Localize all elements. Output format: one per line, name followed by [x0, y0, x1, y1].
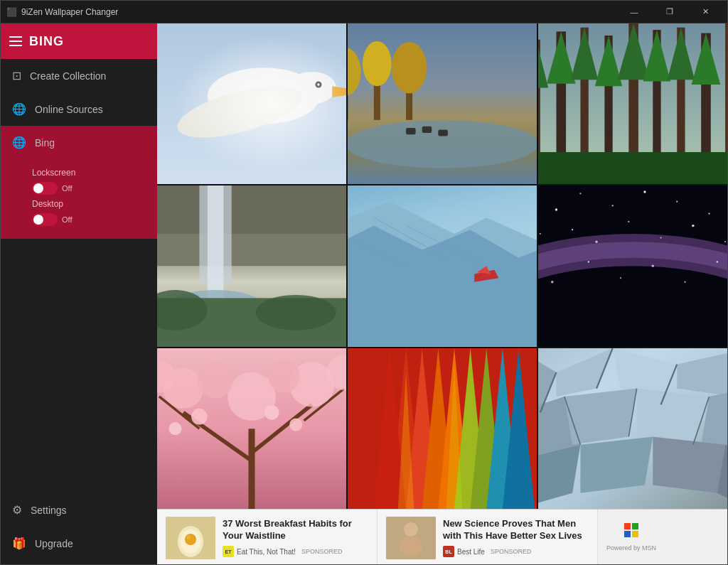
- svg-rect-17: [438, 129, 448, 136]
- grid-cell-waterfall[interactable]: [157, 185, 346, 346]
- desktop-toggle-container: Off: [32, 213, 72, 226]
- svg-rect-41: [208, 185, 224, 298]
- svg-point-60: [676, 201, 678, 203]
- svg-point-75: [620, 277, 621, 279]
- ad-thumbnail-1: [166, 517, 215, 559]
- bing-row: 🌐 Bing: [1, 126, 157, 159]
- svg-rect-15: [406, 128, 416, 134]
- ad-source-name-1: Eat This, Not That!: [237, 548, 296, 556]
- desktop-label: Desktop: [32, 199, 63, 209]
- svg-point-13: [392, 42, 427, 93]
- sidebar-title: BING: [29, 34, 64, 49]
- bing-globe-icon: 🌐: [12, 136, 26, 149]
- maximize-button[interactable]: ❐: [653, 1, 686, 23]
- svg-rect-39: [157, 234, 346, 266]
- app-body: BING ⊡ Create Collection 🌐 Online Source…: [1, 23, 727, 565]
- svg-point-66: [628, 221, 629, 222]
- svg-point-61: [708, 213, 710, 215]
- svg-point-57: [579, 193, 581, 195]
- svg-rect-136: [624, 523, 631, 529]
- svg-rect-16: [422, 127, 432, 133]
- svg-point-69: [724, 241, 726, 242]
- svg-marker-3: [332, 86, 346, 97]
- sidebar-bottom: ⚙ Settings 🎁 Upgrade: [1, 493, 157, 565]
- titlebar-left: ⬛ 9iZen Wallpaper Changer: [6, 7, 118, 17]
- grid-cell-feathers[interactable]: [348, 348, 537, 509]
- grid-cell-galaxy[interactable]: [538, 185, 727, 346]
- sidebar-item-upgrade[interactable]: 🎁 Upgrade: [1, 527, 157, 560]
- svg-point-96: [289, 418, 302, 431]
- monitor-icon: ⊡: [12, 69, 21, 82]
- svg-point-4: [172, 76, 307, 149]
- svg-point-78: [717, 262, 718, 263]
- grid-cell-ice[interactable]: [538, 348, 727, 509]
- create-collection-label: Create Collection: [30, 70, 106, 82]
- svg-point-77: [684, 281, 685, 283]
- upgrade-icon: 🎁: [12, 537, 26, 550]
- grid-cell-cherry[interactable]: [157, 348, 346, 509]
- ad-content-1: 37 Worst Breakfast Habits for Your Waist…: [223, 518, 368, 558]
- svg-point-93: [168, 422, 181, 435]
- sidebar-item-online-sources[interactable]: 🌐 Online Sources: [1, 92, 157, 126]
- svg-point-68: [692, 225, 694, 227]
- app-icon: ⬛: [6, 7, 17, 17]
- ad-title-1: 37 Worst Breakfast Habits for Your Waist…: [223, 518, 368, 542]
- bing-label: Bing: [35, 137, 55, 149]
- svg-point-94: [191, 409, 208, 425]
- svg-rect-139: [632, 531, 638, 537]
- sidebar-item-bing[interactable]: 🌐 Bing Lockscreen Off Desktop: [1, 126, 157, 239]
- svg-point-73: [551, 281, 553, 283]
- svg-point-45: [256, 295, 336, 330]
- desktop-toggle-row: Off: [32, 213, 146, 226]
- sidebar-item-settings[interactable]: ⚙ Settings: [1, 493, 157, 527]
- bing-controls: Lockscreen Off Desktop Of: [1, 168, 157, 239]
- app-title: 9iZen Wallpaper Changer: [21, 7, 118, 17]
- svg-marker-115: [564, 388, 637, 444]
- settings-label: Settings: [31, 505, 67, 516]
- sidebar-item-create-collection[interactable]: ⊡ Create Collection: [1, 59, 157, 92]
- svg-rect-38: [157, 185, 346, 234]
- svg-point-5: [315, 81, 321, 87]
- desktop-toggle[interactable]: [32, 213, 58, 226]
- ad-bar: 37 Worst Breakfast Habits for Your Waist…: [157, 509, 727, 565]
- svg-point-58: [612, 205, 614, 206]
- svg-point-74: [588, 262, 589, 263]
- svg-point-63: [540, 233, 541, 235]
- svg-point-95: [264, 405, 279, 419]
- svg-point-2: [288, 72, 336, 104]
- lockscreen-toggle-container: Off: [32, 182, 72, 195]
- grid-cell-river[interactable]: [348, 23, 537, 184]
- ad-title-2: New Science Proves That Men with This Ha…: [443, 518, 589, 542]
- minimize-button[interactable]: —: [618, 1, 651, 23]
- svg-point-76: [652, 265, 654, 267]
- hamburger-icon[interactable]: [9, 36, 22, 46]
- svg-rect-138: [624, 531, 631, 537]
- lockscreen-toggle-row: Off: [32, 182, 146, 195]
- svg-rect-137: [632, 523, 638, 529]
- desktop-state: Off: [62, 215, 72, 224]
- ad-msn: Powered by MSN: [598, 510, 665, 565]
- svg-point-134: [404, 522, 418, 537]
- grid-cell-glacier[interactable]: [348, 185, 537, 346]
- svg-point-131: [185, 534, 196, 545]
- ad-sponsored-1: SPONSORED: [301, 548, 343, 555]
- ad-item-1[interactable]: 37 Worst Breakfast Habits for Your Waist…: [157, 510, 378, 565]
- close-button[interactable]: ✕: [689, 1, 722, 23]
- sidebar-nav: ⊡ Create Collection 🌐 Online Sources 🌐 B…: [1, 59, 157, 493]
- desktop-control-row: Desktop: [32, 199, 146, 209]
- ad-sponsored-2: SPONSORED: [491, 548, 532, 555]
- lockscreen-toggle[interactable]: [32, 182, 58, 195]
- ad-content-2: New Science Proves That Men with This Ha…: [443, 518, 589, 558]
- svg-marker-120: [653, 436, 725, 493]
- ad-thumbnail-2: [386, 517, 436, 559]
- ad-source-name-2: Best Life: [457, 548, 485, 556]
- svg-marker-119: [580, 436, 653, 493]
- msn-text: Powered by MSN: [606, 544, 656, 551]
- globe-icon: 🌐: [12, 102, 26, 116]
- ad-item-2[interactable]: New Science Proves That Men with This Ha…: [378, 510, 598, 565]
- grid-cell-forest[interactable]: [538, 23, 727, 184]
- svg-point-14: [348, 120, 537, 168]
- ad-source-2: BL Best Life SPONSORED: [443, 546, 589, 557]
- grid-cell-pelican[interactable]: [157, 23, 346, 184]
- online-sources-label: Online Sources: [35, 104, 103, 115]
